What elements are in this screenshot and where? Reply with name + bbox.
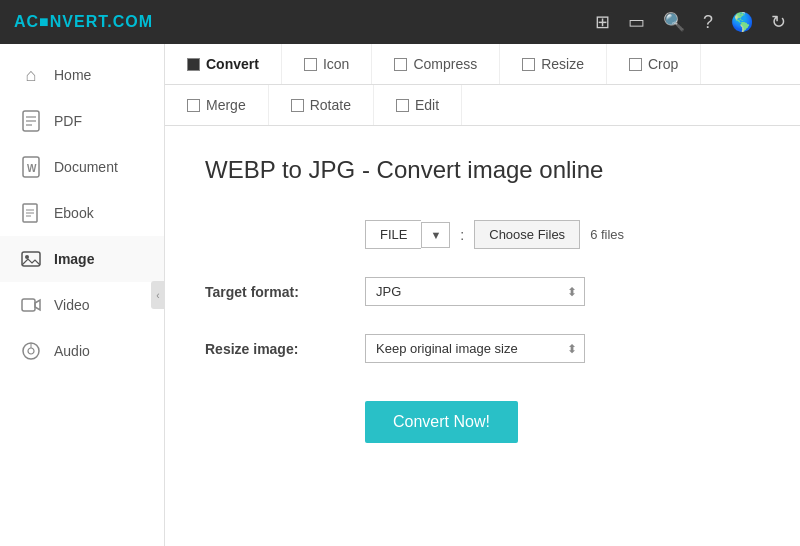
resize-image-label: Resize image: <box>205 341 365 357</box>
crop-checkbox <box>629 58 642 71</box>
sidebar-label-pdf: PDF <box>54 113 82 129</box>
tab-rotate[interactable]: Rotate <box>269 85 374 125</box>
svg-text:W: W <box>27 163 37 174</box>
right-panel: ‹ Convert Icon Compress Resize Crop <box>165 44 800 546</box>
resize-image-select[interactable]: Keep original image size Custom size Sma… <box>365 334 585 363</box>
file-control: FILE ▼ : Choose Files 6 files <box>365 220 624 249</box>
sidebar-item-image[interactable]: Image <box>0 236 164 282</box>
audio-icon <box>20 340 42 362</box>
file-btn-group: FILE ▼ <box>365 220 450 249</box>
tab-compress[interactable]: Compress <box>372 44 500 84</box>
sidebar-item-pdf[interactable]: PDF <box>0 98 164 144</box>
file-type-button[interactable]: FILE <box>365 220 421 249</box>
ebook-icon <box>20 202 42 224</box>
nav-icons: ⊞ ▭ 🔍 ? 🌎 ↻ <box>595 11 786 33</box>
tab-crop[interactable]: Crop <box>607 44 701 84</box>
tab-compress-label: Compress <box>413 56 477 72</box>
sidebar-label-video: Video <box>54 297 90 313</box>
main-wrapper: ⌂ Home PDF W Document Ebook Image <box>0 44 800 546</box>
svg-point-15 <box>28 348 34 354</box>
convert-checkbox <box>187 58 200 71</box>
video-icon <box>20 294 42 316</box>
sidebar-item-video[interactable]: Video <box>0 282 164 328</box>
tab-edit[interactable]: Edit <box>374 85 462 125</box>
svg-rect-10 <box>22 252 40 266</box>
tab-crop-label: Crop <box>648 56 678 72</box>
home-icon: ⌂ <box>20 64 42 86</box>
sidebar-item-document[interactable]: W Document <box>0 144 164 190</box>
content-area: WEBP to JPG - Convert image online FILE … <box>165 126 800 546</box>
pdf-icon <box>20 110 42 132</box>
help-icon[interactable]: ? <box>703 12 713 33</box>
sidebar-label-audio: Audio <box>54 343 90 359</box>
files-count: 6 files <box>590 227 624 242</box>
tab-edit-label: Edit <box>415 97 439 113</box>
edit-checkbox <box>396 99 409 112</box>
tab-resize-label: Resize <box>541 56 584 72</box>
tab-rotate-label: Rotate <box>310 97 351 113</box>
target-format-select[interactable]: JPG PNG GIF BMP WEBP <box>365 277 585 306</box>
tab-merge-label: Merge <box>206 97 246 113</box>
sidebar-label-home: Home <box>54 67 91 83</box>
compress-checkbox <box>394 58 407 71</box>
page-title: WEBP to JPG - Convert image online <box>205 156 760 184</box>
colon-separator: : <box>460 227 464 243</box>
resize-checkbox <box>522 58 535 71</box>
logo: AC■NVERT.COM <box>14 13 153 31</box>
svg-point-11 <box>25 255 29 259</box>
language-icon[interactable]: 🌎 <box>731 11 753 33</box>
tabs-row-2: Merge Rotate Edit <box>165 85 800 126</box>
resize-image-row: Resize image: Keep original image size C… <box>205 334 760 363</box>
sidebar-item-audio[interactable]: Audio <box>0 328 164 374</box>
tab-convert-label: Convert <box>206 56 259 72</box>
tabs-row-1: Convert Icon Compress Resize Crop <box>165 44 800 85</box>
rotate-checkbox <box>291 99 304 112</box>
search-icon[interactable]: 🔍 <box>663 11 685 33</box>
sidebar: ⌂ Home PDF W Document Ebook Image <box>0 44 165 546</box>
target-format-select-wrapper: JPG PNG GIF BMP WEBP <box>365 277 585 306</box>
collapse-sidebar-btn[interactable]: ‹ <box>151 281 165 309</box>
icon-checkbox <box>304 58 317 71</box>
mobile-icon[interactable]: ▭ <box>628 11 645 33</box>
tab-convert[interactable]: Convert <box>165 44 282 84</box>
file-type-dropdown-button[interactable]: ▼ <box>421 222 450 248</box>
target-format-row: Target format: JPG PNG GIF BMP WEBP <box>205 277 760 306</box>
target-format-label: Target format: <box>205 284 365 300</box>
sidebar-label-ebook: Ebook <box>54 205 94 221</box>
merge-checkbox <box>187 99 200 112</box>
tab-icon[interactable]: Icon <box>282 44 372 84</box>
choose-files-button[interactable]: Choose Files <box>474 220 580 249</box>
sidebar-label-image: Image <box>54 251 94 267</box>
top-nav: AC■NVERT.COM ⊞ ▭ 🔍 ? 🌎 ↻ <box>0 0 800 44</box>
resize-image-control: Keep original image size Custom size Sma… <box>365 334 585 363</box>
tab-icon-label: Icon <box>323 56 349 72</box>
sidebar-item-ebook[interactable]: Ebook <box>0 190 164 236</box>
image-icon <box>20 248 42 270</box>
target-format-control: JPG PNG GIF BMP WEBP <box>365 277 585 306</box>
tab-merge[interactable]: Merge <box>165 85 269 125</box>
logo-text: AC■NVERT.COM <box>14 13 153 30</box>
sidebar-label-document: Document <box>54 159 118 175</box>
convert-btn-row: Convert Now! <box>205 391 760 443</box>
svg-rect-12 <box>22 299 35 311</box>
refresh-icon[interactable]: ↻ <box>771 11 786 33</box>
document-icon: W <box>20 156 42 178</box>
resize-image-select-wrapper: Keep original image size Custom size Sma… <box>365 334 585 363</box>
file-row: FILE ▼ : Choose Files 6 files <box>205 220 760 249</box>
convert-now-button[interactable]: Convert Now! <box>365 401 518 443</box>
grid-icon[interactable]: ⊞ <box>595 11 610 33</box>
sidebar-item-home[interactable]: ⌂ Home <box>0 52 164 98</box>
tab-resize[interactable]: Resize <box>500 44 607 84</box>
